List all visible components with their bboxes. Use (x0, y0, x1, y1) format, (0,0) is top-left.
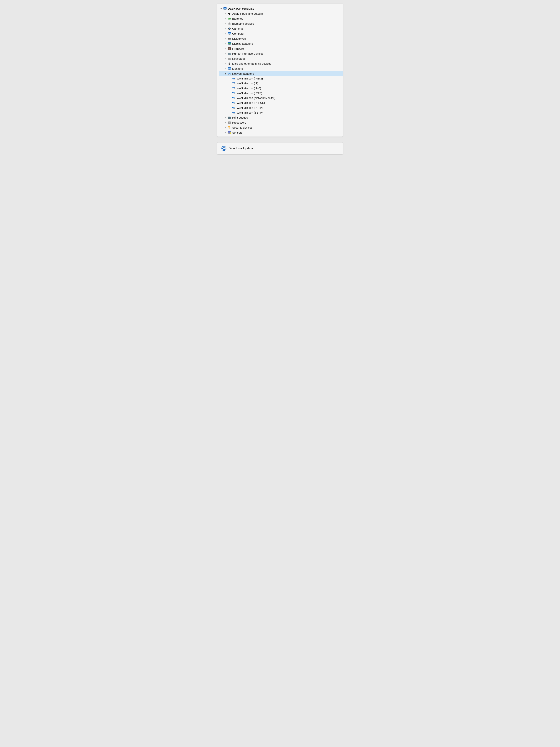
svg-rect-129 (235, 113, 235, 113)
display-expand-icon[interactable]: › (224, 42, 227, 45)
category-hid[interactable]: › Human Interface Devices (219, 51, 343, 56)
svg-rect-119 (234, 107, 235, 108)
processors-icon (228, 121, 231, 125)
wan-pppoe[interactable]: › WAN Miniport (PPPOE) (219, 100, 343, 105)
category-keyboards[interactable]: › Keyboards (219, 56, 343, 61)
audio-expand-icon[interactable]: › (224, 12, 227, 16)
wan-ip[interactable]: › WAN Miniport (IP) (219, 81, 343, 86)
biometric-icon (228, 22, 231, 26)
category-printq[interactable]: › Print queues (219, 115, 343, 120)
svg-rect-75 (234, 79, 235, 79)
printq-label: Print queues (232, 115, 248, 120)
display-icon (228, 42, 231, 46)
svg-rect-50 (230, 58, 231, 59)
svg-rect-33 (229, 53, 229, 54)
wan-ipv6-label: WAN Miniport (IPv6) (237, 86, 261, 90)
hid-expand-icon[interactable]: › (224, 52, 227, 55)
svg-rect-97 (235, 93, 235, 94)
biometric-expand-icon[interactable]: › (224, 22, 227, 25)
svg-rect-99 (234, 94, 235, 94)
wan-ikev2[interactable]: › WAN Miniport (IKEv2) (219, 76, 343, 81)
svg-rect-154 (230, 132, 230, 134)
svg-rect-115 (234, 104, 235, 104)
svg-rect-57 (229, 70, 230, 70)
svg-rect-96 (233, 93, 233, 94)
disk-label: Disk drives (232, 37, 246, 41)
svg-rect-152 (229, 133, 229, 134)
category-monitors[interactable]: › Monitors (219, 66, 343, 71)
svg-rect-131 (234, 113, 235, 113)
audio-icon (228, 12, 231, 16)
batteries-expand-icon[interactable]: › (224, 17, 227, 20)
computer-label: Computer (232, 32, 244, 35)
wan-sstp-label: WAN Miniport (SSTP) (237, 111, 263, 114)
wan-pptp-label: WAN Miniport (PPTP) (237, 106, 263, 110)
category-security[interactable]: › Security devices (219, 125, 343, 130)
security-label: Security devices (232, 126, 252, 129)
sensors-expand-icon[interactable]: › (224, 131, 227, 134)
svg-rect-1 (224, 8, 226, 9)
monitors-label: Monitors (232, 67, 243, 71)
category-disk[interactable]: › Disk drives (219, 36, 343, 41)
wan-l2tp[interactable]: › WAN Miniport (L2TP) (219, 91, 343, 96)
svg-point-12 (229, 28, 230, 29)
wan-pptp-icon (232, 106, 236, 110)
firmware-expand-icon[interactable]: › (224, 47, 227, 50)
svg-rect-153 (229, 133, 230, 134)
category-biometric[interactable]: › Biometric devices (219, 21, 343, 26)
category-display[interactable]: › Display adapters (219, 41, 343, 46)
svg-rect-123 (234, 108, 235, 109)
category-sensors[interactable]: › Sensors (219, 130, 343, 135)
cameras-expand-icon[interactable]: › (224, 27, 227, 30)
security-expand-icon[interactable]: › (224, 126, 227, 129)
wan-ipv6[interactable]: › WAN Miniport (IPv6) (219, 86, 343, 91)
svg-rect-88 (233, 88, 233, 89)
batteries-icon (228, 17, 231, 21)
wan-netmon[interactable]: › WAN Miniport (Network Monitor) (219, 96, 343, 100)
svg-point-149 (229, 127, 230, 128)
root-node[interactable]: ▼ DESKTOP-088BGS2 (219, 6, 343, 11)
audio-label: Audio inputs and outputs (232, 12, 263, 16)
svg-rect-7 (228, 18, 229, 19)
category-mice[interactable]: › Mice and other pointing devices (219, 61, 343, 66)
category-processors[interactable]: › Processors (219, 120, 343, 125)
monitors-icon (228, 67, 231, 71)
computer-expand-icon[interactable]: › (224, 32, 227, 35)
svg-rect-63 (229, 74, 229, 75)
wan-l2tp-label: WAN Miniport (L2TP) (237, 91, 262, 95)
network-expand-icon[interactable]: ▼ (224, 72, 227, 75)
svg-rect-114 (233, 104, 234, 104)
category-computer[interactable]: › Computer (219, 31, 343, 36)
mice-expand-icon[interactable]: › (224, 62, 227, 66)
wan-netmon-label: WAN Miniport (Network Monitor) (237, 96, 275, 100)
category-cameras[interactable]: › Cameras (219, 26, 343, 31)
wan-pptp[interactable]: › WAN Miniport (PPTP) (219, 105, 343, 110)
svg-rect-36 (228, 54, 229, 54)
printq-expand-icon[interactable]: › (224, 116, 227, 119)
svg-rect-103 (234, 97, 235, 98)
wan-sstp[interactable]: › WAN Miniport (SSTP) (219, 110, 343, 115)
category-network[interactable]: ▼ Network adapters (219, 71, 343, 76)
wan-pppoe-label: WAN Miniport (PPPOE) (237, 101, 265, 105)
svg-rect-141 (231, 122, 231, 123)
svg-rect-112 (233, 103, 233, 104)
svg-rect-127 (234, 112, 235, 112)
category-firmware[interactable]: › Firmware (219, 46, 343, 51)
svg-rect-29 (229, 49, 230, 50)
processors-expand-icon[interactable]: › (224, 121, 227, 124)
category-audio[interactable]: › Audio inputs and outputs (219, 11, 343, 16)
svg-rect-23 (228, 43, 231, 44)
category-batteries[interactable]: › Batteries (219, 16, 343, 21)
svg-point-20 (230, 38, 230, 39)
svg-rect-120 (233, 108, 233, 108)
root-expand-icon[interactable]: ▼ (219, 7, 223, 10)
svg-rect-113 (235, 103, 235, 104)
keyboards-expand-icon[interactable]: › (224, 57, 227, 60)
monitors-expand-icon[interactable]: › (224, 67, 227, 70)
disk-expand-icon[interactable]: › (224, 37, 227, 41)
svg-rect-73 (235, 79, 235, 79)
svg-rect-155 (230, 132, 231, 134)
processors-label: Processors (232, 121, 246, 125)
svg-rect-54 (230, 63, 230, 63)
windows-update-bar[interactable]: Windows Update (217, 142, 343, 155)
